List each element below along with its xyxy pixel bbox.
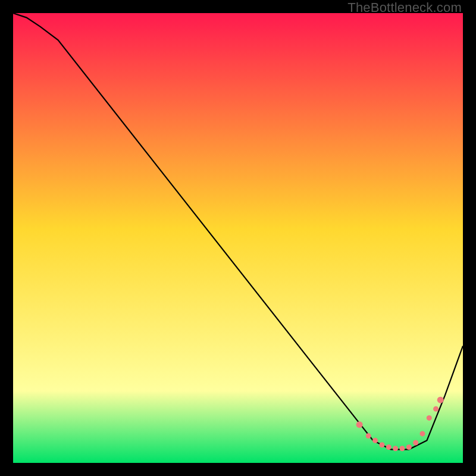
- sweet-spot-dot: [420, 431, 425, 436]
- sweet-spot-dot: [406, 444, 412, 450]
- sweet-spot-dot: [356, 421, 363, 428]
- sweet-spot-dot: [399, 446, 405, 451]
- sweet-spot-dot: [372, 438, 378, 443]
- sweet-spot-dot: [427, 415, 432, 421]
- chart-frame: [13, 13, 463, 463]
- bottleneck-chart: [13, 13, 463, 463]
- sweet-spot-dot: [386, 444, 392, 450]
- sweet-spot-dot: [366, 433, 371, 439]
- sweet-spot-dot: [379, 442, 384, 447]
- sweet-spot-dot: [393, 446, 398, 451]
- sweet-spot-dot: [433, 406, 439, 412]
- watermark-text: TheBottleneck.com: [347, 0, 462, 15]
- sweet-spot-dot: [437, 397, 444, 403]
- sweet-spot-dot: [413, 440, 418, 446]
- gradient-area: [13, 13, 463, 463]
